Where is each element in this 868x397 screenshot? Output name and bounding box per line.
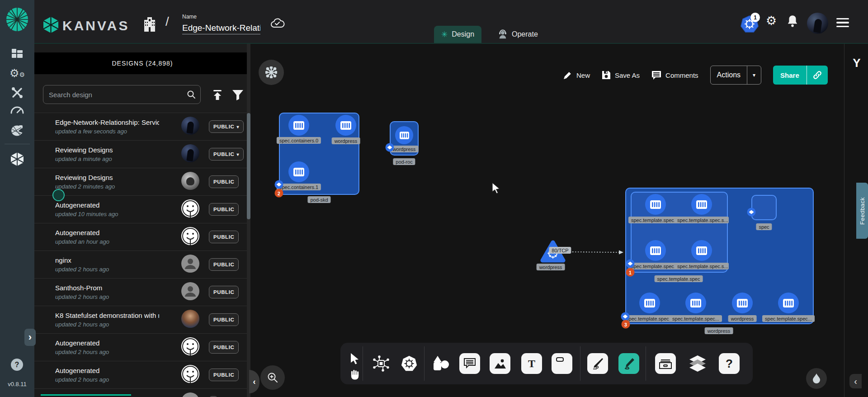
design-title[interactable]: K8 Statefulset demonstration with mo xyxy=(55,312,159,319)
layer5-logo-icon[interactable] xyxy=(5,7,29,32)
visibility-badge[interactable]: PUBLIC xyxy=(209,369,239,381)
validator-icon[interactable]: Y xyxy=(850,56,863,70)
container-node[interactable] xyxy=(395,126,413,144)
design-title[interactable]: Autogenerated xyxy=(55,201,159,209)
upload-design-icon[interactable] xyxy=(212,89,223,101)
design-title[interactable]: Santhosh-Prom xyxy=(55,284,159,292)
drawer-archive-tool[interactable] xyxy=(655,353,676,374)
designs-panel-collapse-chevron[interactable]: ‹ xyxy=(249,370,259,393)
zoom-in-button[interactable] xyxy=(260,365,285,390)
design-title[interactable]: Reviewing Designs xyxy=(55,174,159,181)
configuration-tools-icon[interactable] xyxy=(0,87,34,99)
design-name-input[interactable] xyxy=(182,22,260,34)
pod-badge-icon[interactable] xyxy=(626,260,635,268)
design-list-item[interactable]: Autogenerated updated 2 hours ago PUBLIC xyxy=(34,361,247,388)
design-title[interactable]: Edge-Network-Relationship: Service xyxy=(55,118,159,126)
design-search-input[interactable] xyxy=(43,91,187,99)
pod-badge-icon[interactable] xyxy=(386,143,394,152)
visibility-badge[interactable]: PUBLIC ▾ xyxy=(209,148,244,161)
organization-icon[interactable] xyxy=(143,16,156,32)
error-count-badge[interactable]: 1 xyxy=(626,268,635,277)
pen-tool[interactable] xyxy=(587,353,608,374)
spec-group[interactable] xyxy=(751,195,777,220)
new-button[interactable]: New xyxy=(563,71,590,80)
container-node[interactable] xyxy=(288,115,309,136)
design-list-item[interactable]: Reviewing Designs updated 2 minutes ago … xyxy=(34,168,247,195)
visibility-badge[interactable]: PUBLIC ▾ xyxy=(209,120,244,133)
shapes-tool[interactable] xyxy=(432,355,450,372)
pan-hand-tool[interactable] xyxy=(349,368,361,380)
kubernetes-tool[interactable] xyxy=(401,355,418,372)
visibility-badge[interactable]: PUBLIC xyxy=(209,313,239,326)
visibility-badge[interactable]: PUBLIC xyxy=(209,341,239,354)
error-count-badge[interactable]: 2 xyxy=(275,189,283,198)
pod-badge-icon[interactable] xyxy=(275,180,283,189)
visibility-badge[interactable]: PUBLIC xyxy=(209,231,239,243)
design-list-item[interactable]: Autogenerated updated 10 minutes ago PUB… xyxy=(34,195,247,223)
menu-hamburger-icon[interactable] xyxy=(836,18,849,27)
copy-link-icon[interactable] xyxy=(807,70,828,80)
container-node[interactable] xyxy=(691,194,712,215)
extensions-icon[interactable] xyxy=(0,124,34,137)
freeze-snowflake-button[interactable] xyxy=(259,60,284,85)
notifications-bell-icon[interactable] xyxy=(787,14,798,27)
comments-button[interactable]: Comments xyxy=(651,71,698,80)
design-list-item[interactable] xyxy=(34,388,247,397)
container-node[interactable] xyxy=(778,293,799,313)
design-title[interactable]: Autogenerated xyxy=(55,229,159,236)
tab-design[interactable]: ✳ Design xyxy=(434,26,481,43)
search-icon[interactable] xyxy=(187,90,200,99)
visibility-badge[interactable]: PUBLIC xyxy=(209,203,239,216)
container-node[interactable] xyxy=(335,115,356,136)
meshery-hexagon-icon[interactable] xyxy=(0,152,34,166)
visibility-badge[interactable]: PUBLIC xyxy=(209,258,239,271)
select-cursor-tool[interactable] xyxy=(350,353,360,364)
container-node[interactable] xyxy=(645,194,666,215)
text-tool[interactable]: T xyxy=(521,353,542,374)
settings-gear-icon[interactable]: ⚙ xyxy=(766,14,777,28)
design-search[interactable] xyxy=(43,85,201,104)
design-list-item[interactable]: Autogenerated updated 2 hours ago PUBLIC xyxy=(34,333,247,361)
dock-collapse-chevron[interactable]: ‹ xyxy=(849,374,862,388)
error-count-badge[interactable]: 3 xyxy=(622,320,630,329)
design-list-item[interactable]: K8 Statefulset demonstration with mo upd… xyxy=(34,306,247,333)
user-avatar[interactable] xyxy=(807,13,828,34)
freehand-draw-tool[interactable] xyxy=(618,353,639,374)
visibility-badge[interactable]: PUBLIC xyxy=(209,286,239,298)
tab-operate[interactable]: Operate xyxy=(491,26,545,43)
sidebar-expand-chevron[interactable]: › xyxy=(24,329,36,346)
caret-down-icon[interactable]: ▾ xyxy=(747,72,761,78)
design-list-item[interactable]: Autogenerated updated an hour ago PUBLIC xyxy=(34,223,247,250)
filter-funnel-icon[interactable] xyxy=(232,89,244,101)
design-title[interactable]: nginx xyxy=(55,256,159,264)
help-tool[interactable]: ? xyxy=(719,353,740,374)
note-tool[interactable] xyxy=(552,353,572,374)
share-button[interactable]: Share xyxy=(773,66,828,85)
help-icon[interactable]: ? xyxy=(11,359,23,371)
design-list-item[interactable]: nginx updated 2 hours ago PUBLIC xyxy=(34,250,247,278)
container-node[interactable] xyxy=(691,240,712,261)
pod-badge-icon[interactable] xyxy=(747,208,756,217)
save-as-button[interactable]: Save As xyxy=(602,71,640,80)
actions-button[interactable]: Actions ▾ xyxy=(710,66,762,85)
layers-tool[interactable] xyxy=(687,353,708,374)
design-list-item[interactable]: Reviewing Designs updated a minute ago P… xyxy=(34,140,247,168)
design-list-scrollbar-track[interactable] xyxy=(247,44,250,397)
components-chip-tool[interactable] xyxy=(373,355,389,372)
dashboard-icon[interactable] xyxy=(0,49,34,59)
visibility-badge[interactable]: PUBLIC xyxy=(209,175,239,188)
container-node[interactable] xyxy=(639,293,660,313)
container-node[interactable] xyxy=(288,161,309,182)
performance-gauge-icon[interactable] xyxy=(0,106,34,114)
image-tool[interactable] xyxy=(490,353,510,374)
container-node[interactable] xyxy=(732,293,753,313)
lifecycle-gears-icon[interactable]: ⚙⚙ xyxy=(0,67,34,80)
design-title[interactable]: Autogenerated xyxy=(55,339,159,347)
design-list-item[interactable]: Santhosh-Prom updated 2 hours ago PUBLIC xyxy=(34,278,247,306)
design-title[interactable]: Autogenerated xyxy=(55,367,159,374)
comment-annotation-tool[interactable] xyxy=(459,353,480,374)
droplet-icon[interactable] xyxy=(806,368,827,389)
design-title[interactable]: Reviewing Designs xyxy=(55,146,159,154)
container-node[interactable] xyxy=(645,240,666,261)
design-list-item[interactable]: Edge-Network-Relationship: Service updat… xyxy=(34,113,247,140)
